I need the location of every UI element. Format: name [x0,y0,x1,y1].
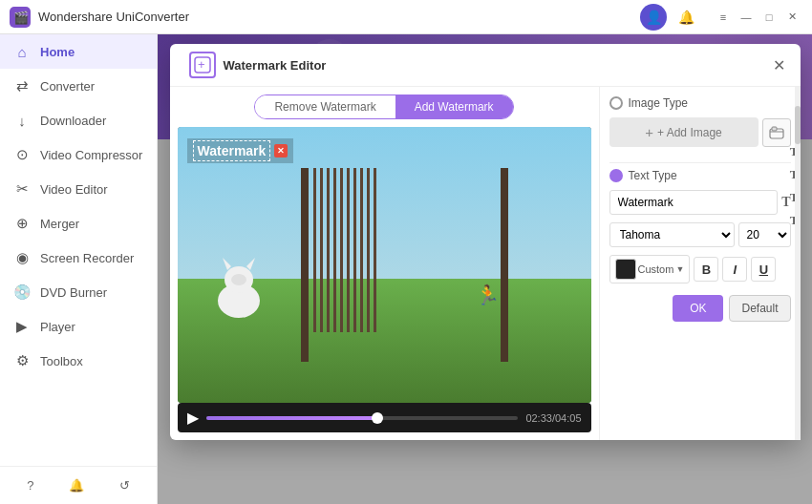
player-icon: ▶ [13,318,31,335]
sidebar-item-label: Video Editor [40,182,108,197]
screen-recorder-icon: ◉ [13,249,31,266]
sidebar-item-label: Screen Recorder [40,251,134,265]
sidebar-item-player[interactable]: ▶ Player [0,309,157,344]
window-controls: ≡ — □ ✕ [713,7,802,28]
maximize-btn[interactable]: □ [759,7,780,28]
sidebar: ⌂ Home ⇄ Converter ↓ Downloader ⊙ Video … [0,34,158,504]
dialog-action-row: OK Default [609,295,791,322]
svg-marker-7 [246,258,255,270]
svg-text:🎬: 🎬 [13,10,30,26]
plus-icon: + [645,124,653,140]
sidebar-item-video-editor[interactable]: ✂ Video Editor [0,172,157,206]
sidebar-item-label: Merger [40,217,79,231]
svg-marker-6 [223,258,231,270]
dialog-overlay: + Watermark Editor ✕ Remove Watermark [158,34,812,504]
font-settings-row: Tahoma Arial Verdana 20 12 14 16 18 24 [609,222,791,247]
text-type-label: Text Type [629,169,677,182]
compressor-icon: ⊙ [13,146,31,163]
watermark-overlay[interactable]: Watermark ✕ [187,138,294,163]
video-area: 🏃 Watermark ✕ [178,127,591,403]
title-bar-controls: 👤 🔔 ≡ — □ ✕ [640,4,802,31]
text-type-radio[interactable] [609,169,623,182]
sidebar-item-converter[interactable]: ⇄ Converter [0,69,157,103]
svg-point-8 [231,274,246,285]
dialog-tabs: Remove Watermark Add Watermark [170,87,599,127]
add-image-label: + Add Image [657,126,722,139]
sidebar-item-home[interactable]: ⌂ Home [0,34,157,69]
close-btn[interactable]: ✕ [781,7,802,28]
notification-icon[interactable]: 🔔 [673,4,699,31]
sidebar-item-label: Video Compressor [40,148,142,162]
sidebar-item-video-compressor[interactable]: ⊙ Video Compressor [0,137,157,172]
progress-fill [206,416,378,420]
add-watermark-btn[interactable]: + [189,52,216,78]
progress-thumb [372,412,383,424]
dialog-left-panel: Remove Watermark Add Watermark [170,87,600,440]
watermark-text-input[interactable] [609,190,779,215]
merger-icon: ⊕ [13,215,31,232]
sidebar-item-label: DVD Burner [40,285,107,300]
font-size-select[interactable]: 20 12 14 16 18 24 [738,222,791,247]
watermark-delete-btn[interactable]: ✕ [274,144,288,158]
video-scene: 🏃 Watermark ✕ [178,127,591,403]
sidebar-notification-btn[interactable]: 🔔 [65,474,88,496]
color-label: Custom [638,263,674,275]
sidebar-bottom: ? 🔔 ↺ [0,466,157,504]
dialog-body: Remove Watermark Add Watermark [170,87,801,440]
sidebar-help-btn[interactable]: ? [23,474,37,496]
sidebar-item-downloader[interactable]: ↓ Downloader [0,103,157,137]
video-time: 02:33/04:05 [525,412,581,424]
video-controls: ▶ 02:33/04:05 [178,403,591,432]
text-style-row: Custom ▼ B I U [609,255,791,284]
dropdown-caret-icon: ▼ [675,264,684,274]
content-area: ☆ 🎵 Wondershare UniConverter 13 + [158,34,812,504]
text-type-row: Text Type [609,169,791,182]
image-type-radio[interactable] [609,96,623,110]
toolbox-icon: ⚙ [13,352,31,369]
sidebar-item-toolbox[interactable]: ⚙ Toolbox [0,344,157,378]
sidebar-item-label: Downloader [40,114,106,128]
file-browse-btn[interactable] [762,118,791,147]
dialog-header: + Watermark Editor ✕ [170,44,801,87]
tab-add-watermark[interactable]: Add Watermark [395,95,513,118]
dvd-burner-icon: 💿 [13,284,31,301]
default-button[interactable]: Default [729,295,790,322]
color-picker-dropdown[interactable]: Custom ▼ [609,255,691,284]
home-icon: ⌂ [13,43,31,60]
hamburger-btn[interactable]: ≡ [713,7,734,28]
italic-btn[interactable]: I [722,257,747,282]
sidebar-item-label: Toolbox [40,354,83,368]
watermark-text: Watermark [198,143,267,158]
scroll-track [795,87,801,440]
video-progress-bar[interactable] [206,416,519,420]
dialog-tab-bar: Remove Watermark Add Watermark [254,94,513,119]
sidebar-feedback-btn[interactable]: ↺ [116,474,134,496]
dialog-title: Watermark Editor [224,58,327,73]
editor-icon: ✂ [13,180,31,198]
underline-btn[interactable]: U [751,257,776,282]
add-image-button[interactable]: + + Add Image [609,117,759,147]
font-family-select[interactable]: Tahoma Arial Verdana [609,222,735,247]
ok-button[interactable]: OK [673,295,723,322]
sidebar-item-screen-recorder[interactable]: ◉ Screen Recorder [0,241,157,275]
app-logo: 🎬 [10,7,31,28]
app-title: Wondershare UniConverter [38,10,640,24]
sidebar-item-label: Home [40,45,75,59]
minimize-btn[interactable]: — [736,7,757,28]
downloader-icon: ↓ [13,112,31,129]
sidebar-item-dvd-burner[interactable]: 💿 DVD Burner [0,275,157,309]
main-layout: ⌂ Home ⇄ Converter ↓ Downloader ⊙ Video … [0,34,812,504]
sidebar-item-label: Player [40,320,75,334]
bold-btn[interactable]: B [694,257,718,282]
play-button[interactable]: ▶ [187,409,199,427]
color-swatch [615,259,636,280]
sidebar-item-label: Converter [40,79,95,94]
dialog-close-btn[interactable]: ✕ [770,55,789,74]
image-type-row: Image Type [609,96,791,110]
scroll-thumb[interactable] [795,106,801,144]
watermark-editor-dialog: + Watermark Editor ✕ Remove Watermark [170,44,801,440]
sidebar-item-merger[interactable]: ⊕ Merger [0,206,157,241]
tab-remove-watermark[interactable]: Remove Watermark [255,95,395,118]
watermark-text-input-row: T [609,190,791,215]
user-icon[interactable]: 👤 [640,4,667,31]
